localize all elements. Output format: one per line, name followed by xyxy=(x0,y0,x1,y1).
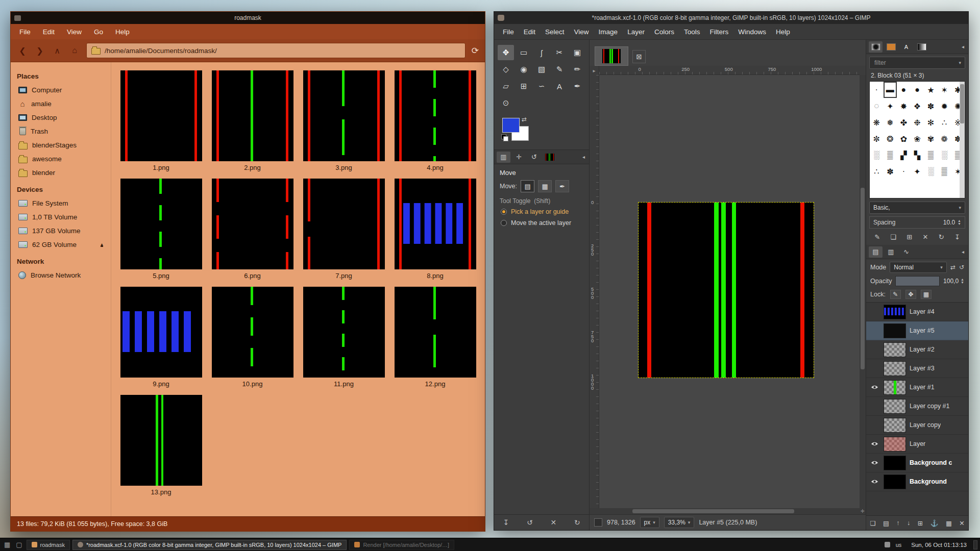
brush-item[interactable]: ▒ xyxy=(924,147,938,163)
keyboard-layout-indicator[interactable]: us xyxy=(893,542,905,548)
lock-position-icon[interactable]: ✥ xyxy=(905,290,916,299)
merge-layer-icon[interactable]: ▦ xyxy=(946,519,952,527)
file-item-11-png[interactable]: 11.png xyxy=(303,287,385,388)
gimp-menu-file[interactable]: File xyxy=(498,26,519,38)
reset-tool-icon[interactable]: ↻ xyxy=(574,518,580,527)
layer-row-layer-copy[interactable]: Layer copy xyxy=(866,416,968,435)
radio-move-active[interactable]: Move the active layer xyxy=(494,217,589,229)
sidebar-item-blender[interactable]: blender xyxy=(15,166,107,180)
layer-row-background-c[interactable]: Background c xyxy=(866,454,968,472)
vertical-scrollbar[interactable] xyxy=(860,75,866,508)
tool-paintbrush[interactable]: ✏ xyxy=(569,62,585,77)
forward-button[interactable]: ❯ xyxy=(34,46,45,56)
tool-gradient[interactable]: ▧ xyxy=(533,62,550,77)
layer-row-layer-2[interactable]: Layer #2 xyxy=(866,340,968,359)
sidebar-item-62-gb-volume[interactable]: 62 GB Volume▴ xyxy=(15,238,107,252)
taskbar-item-gimp[interactable]: *roadmask.xcf-1.0 (RGB color 8-bit gamma… xyxy=(72,540,347,550)
file-item-8-png[interactable]: 8.png xyxy=(395,179,476,280)
lock-pixels-icon[interactable]: ✎ xyxy=(890,290,901,299)
sidebar-item-desktop[interactable]: Desktop xyxy=(15,111,107,124)
brush-item[interactable]: ▞ xyxy=(897,147,911,163)
layer-row-layer-5[interactable]: Layer #5 xyxy=(866,321,968,340)
brush-item[interactable]: ❖ xyxy=(911,98,924,114)
move-layer-button[interactable]: ▤ xyxy=(521,180,534,192)
spacing-spinner[interactable]: 10.0 ▲▼ xyxy=(943,219,961,226)
brush-spacing-row[interactable]: Spacing 10.0 ▲▼ xyxy=(869,216,965,229)
opacity-value-box[interactable]: 100,0 ▲▼ xyxy=(943,278,964,285)
layer-row-layer-1[interactable]: Layer #1 xyxy=(866,378,968,397)
brush-item[interactable]: ▒ xyxy=(884,147,897,163)
tab-gradients[interactable] xyxy=(915,41,928,53)
tool-unified-transform[interactable]: ◇ xyxy=(498,62,514,77)
sidebar-item-amalie[interactable]: ⌂amalie xyxy=(15,97,107,111)
foreground-color-swatch[interactable] xyxy=(502,118,520,133)
brush-item[interactable]: ░ xyxy=(924,163,938,180)
brush-item[interactable]: ✽ xyxy=(884,163,897,180)
spinner-arrows-icon[interactable]: ▲▼ xyxy=(961,278,964,284)
tab-channels[interactable]: ▥ xyxy=(884,246,898,258)
sidebar-item-trash[interactable]: Trash xyxy=(15,124,107,138)
horizontal-ruler[interactable]: 02505007501000 xyxy=(599,66,860,75)
tool-eraser[interactable]: ▱ xyxy=(498,79,514,94)
brush-tag-select[interactable]: Basic, ▾ xyxy=(869,202,965,214)
gimp-menu-layer[interactable]: Layer xyxy=(623,26,649,38)
gimp-menu-help[interactable]: Help xyxy=(771,26,795,38)
brush-item[interactable]: ░ xyxy=(870,147,884,163)
brush-item[interactable]: ▒ xyxy=(938,163,951,180)
canvas-image[interactable] xyxy=(639,203,814,378)
location-bar[interactable]: /home/amalie/Documents/roadmask/ xyxy=(86,43,465,58)
tab-brushes[interactable] xyxy=(869,41,883,53)
tool-bucket-fill[interactable]: ◉ xyxy=(516,62,532,77)
move-path-button[interactable]: ✒ xyxy=(555,180,569,192)
file-item-5-png[interactable]: 5.png xyxy=(120,179,202,280)
eject-icon[interactable]: ▴ xyxy=(101,242,103,247)
brush-item[interactable]: ❀ xyxy=(911,131,924,147)
image-tab[interactable] xyxy=(595,46,628,66)
close-view-icon[interactable]: ⊠ xyxy=(632,50,646,63)
brush-item[interactable]: ∴ xyxy=(870,163,884,180)
brush-item[interactable]: · xyxy=(870,82,884,98)
tab-tool-options[interactable]: ▥ xyxy=(497,152,510,163)
brush-item[interactable]: ❂ xyxy=(884,131,897,147)
file-item-12-png[interactable]: 12.png xyxy=(395,287,476,388)
lock-alpha-icon[interactable]: ▦ xyxy=(921,290,932,299)
brush-item[interactable]: ❋ xyxy=(870,114,884,131)
file-item-9-png[interactable]: 9.png xyxy=(120,287,202,388)
opacity-slider[interactable] xyxy=(895,276,940,286)
fm-menu-help[interactable]: Help xyxy=(110,26,135,38)
tab-layers[interactable]: ▤ xyxy=(869,246,883,258)
brush-item[interactable]: ✦ xyxy=(911,163,924,180)
chevron-down-icon[interactable]: ▾ xyxy=(959,60,961,65)
sidebar-item-browse-network[interactable]: Browse Network xyxy=(15,268,107,282)
switch-mode-group-icon[interactable]: ⇄ xyxy=(950,264,955,271)
file-item-1-png[interactable]: 1.png xyxy=(120,70,202,171)
brush-item[interactable]: ✾ xyxy=(924,131,938,147)
brush-item[interactable]: ✹ xyxy=(938,98,951,114)
brush-item[interactable]: ◌ xyxy=(870,98,884,114)
fm-menu-edit[interactable]: Edit xyxy=(37,26,60,38)
panel-menu-icon[interactable]: ◂ xyxy=(960,44,966,49)
spinner-arrows-icon[interactable]: ▲▼ xyxy=(958,219,961,226)
tool-zoom[interactable]: ⊙ xyxy=(498,95,514,111)
tab-undo-history[interactable]: ↺ xyxy=(527,152,541,163)
tab-patterns[interactable] xyxy=(884,41,898,53)
tab-images[interactable] xyxy=(543,152,556,163)
lower-layer-icon[interactable]: ↓ xyxy=(907,519,910,527)
layer-row-background[interactable]: Background xyxy=(866,472,968,491)
tab-device-status[interactable]: ✛ xyxy=(512,152,526,163)
brush-item[interactable]: ✸ xyxy=(897,98,911,114)
duplicate-brush-icon[interactable]: ⊞ xyxy=(906,233,912,241)
file-manager-titlebar[interactable]: roadmask xyxy=(11,12,485,24)
mode-select[interactable]: Normal ▾ xyxy=(890,262,947,273)
zoom-select[interactable]: 33,3%▾ xyxy=(664,517,695,528)
navigation-icon[interactable]: ✛ xyxy=(860,508,866,514)
edit-brush-icon[interactable]: ✎ xyxy=(874,233,880,241)
brush-item[interactable]: ░ xyxy=(938,147,951,163)
gimp-menu-view[interactable]: View xyxy=(570,26,594,38)
unit-select[interactable]: px▾ xyxy=(640,517,659,528)
brush-item[interactable]: ● xyxy=(911,82,924,98)
delete-preset-icon[interactable]: ✕ xyxy=(550,518,556,527)
brush-item[interactable]: ▬ xyxy=(884,82,897,98)
sidebar-item-computer[interactable]: Computer xyxy=(15,83,107,97)
brush-item[interactable]: ✶ xyxy=(938,82,951,98)
